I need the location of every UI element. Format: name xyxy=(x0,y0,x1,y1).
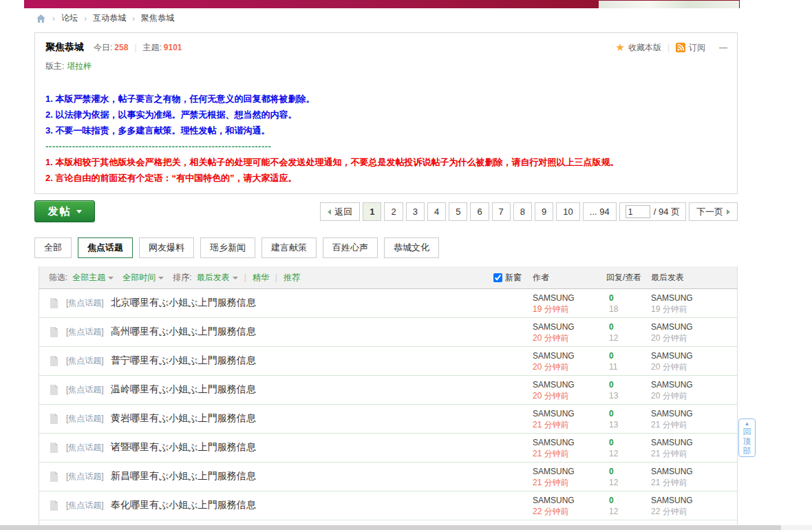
thread-icon xyxy=(49,297,59,309)
digest-link[interactable]: 精华 xyxy=(253,272,269,284)
thread-title[interactable]: 新昌哪里有ぶ小姐ぶ上門服務信息 xyxy=(111,470,256,483)
thread-icon xyxy=(49,384,59,396)
column-header-last-post: 最后发表 xyxy=(651,266,684,289)
filter-type-dropdown[interactable]: 全部主题 xyxy=(72,272,105,284)
tab-suggestions[interactable]: 建言献策 xyxy=(261,237,317,258)
pagination-back-button[interactable]: 返回 xyxy=(320,202,360,221)
reply-count: 0 xyxy=(609,293,618,304)
table-row: SAMSUNG 0 SAMSUNG xyxy=(39,520,737,525)
moderator-row: 版主:堪拉梓 xyxy=(45,61,92,72)
last-poster-link[interactable]: SAMSUNG xyxy=(651,409,693,418)
page-button-6[interactable]: 6 xyxy=(470,202,489,221)
last-post-time: 20 分钟前 xyxy=(651,390,693,401)
thread-title[interactable]: 北京哪里有ぶ小姐ぶ上門服務信息 xyxy=(111,297,256,309)
table-row: [焦点话题] 北京哪里有ぶ小姐ぶ上門服務信息 SAMSUNG19 分钟前 018… xyxy=(39,289,737,318)
author-link[interactable]: SAMSUNG xyxy=(533,409,575,418)
thread-category[interactable]: [焦点话题] xyxy=(66,326,104,338)
page-button-10[interactable]: 10 xyxy=(556,202,579,221)
breadcrumb-link-section[interactable]: 互动恭城 xyxy=(93,12,126,24)
horizontal-scrollbar xyxy=(0,525,812,530)
thread-title[interactable]: 奉化哪里有ぶ小姐ぶ上門服務信息 xyxy=(111,499,256,511)
collapse-icon[interactable]: — xyxy=(719,43,727,52)
back-to-top-button[interactable]: ▲ 回顶部 xyxy=(738,418,756,457)
author-link[interactable]: SAMSUNG xyxy=(533,467,575,476)
page-button-2[interactable]: 2 xyxy=(384,202,403,221)
view-count: 13 xyxy=(609,390,618,401)
favorite-board-link[interactable]: 收藏本版 xyxy=(628,42,661,54)
breadcrumb-link-forum[interactable]: 论坛 xyxy=(61,12,78,24)
reply-count: 0 xyxy=(609,350,617,361)
page-button-5[interactable]: 5 xyxy=(449,202,467,221)
page-button-1[interactable]: 1 xyxy=(363,202,381,221)
tab-all[interactable]: 全部 xyxy=(34,237,72,258)
page-button-3[interactable]: 3 xyxy=(406,202,425,221)
thread-title[interactable]: 普宁哪里有ぶ小姐ぶ上門服務信息 xyxy=(111,354,256,367)
thread-title[interactable]: 温岭哪里有ぶ小姐ぶ上門服務信息 xyxy=(111,383,256,396)
page-button-4[interactable]: 4 xyxy=(427,202,446,221)
thread-category[interactable]: [焦点话题] xyxy=(66,471,104,483)
tab-netizen-reports[interactable]: 网友爆料 xyxy=(139,237,194,258)
page-button-9[interactable]: 9 xyxy=(535,202,553,221)
last-poster-link[interactable]: SAMSUNG xyxy=(651,351,693,361)
reply-count: 0 xyxy=(609,466,618,477)
thread-category[interactable]: [焦点话题] xyxy=(66,384,104,396)
filter-time-dropdown[interactable]: 全部时间 xyxy=(122,272,156,284)
last-poster-link[interactable]: SAMSUNG xyxy=(651,293,693,303)
author-link[interactable]: SAMSUNG xyxy=(533,322,575,332)
last-poster-link[interactable]: SAMSUNG xyxy=(651,322,693,332)
thread-title[interactable]: 高州哪里有ぶ小姐ぶ上門服務信息 xyxy=(111,326,256,338)
tab-people-voice[interactable]: 百姓心声 xyxy=(323,237,378,258)
reply-view-cell: 018 xyxy=(609,293,618,315)
last-post-cell: SAMSUNG21 分钟前 xyxy=(651,466,693,488)
thread-category[interactable]: [焦点话题] xyxy=(66,500,104,511)
thread-category[interactable]: [焦点话题] xyxy=(66,442,104,454)
tab-yao-news[interactable]: 瑶乡新闻 xyxy=(200,237,255,258)
table-row: [焦点话题] 诸暨哪里有ぶ小姐ぶ上門服務信息 SAMSUNG21 分钟前 012… xyxy=(39,434,737,463)
post-time: 21 分钟前 xyxy=(533,448,575,459)
thread-category[interactable]: [焦点话题] xyxy=(66,413,104,425)
author-cell: SAMSUNG21 分钟前 xyxy=(533,408,575,430)
arrow-up-icon: ▲ xyxy=(745,421,750,427)
top-banner xyxy=(24,0,740,8)
thread-category[interactable]: [焦点话题] xyxy=(66,297,104,309)
new-post-button[interactable]: 发帖 xyxy=(34,200,95,222)
last-poster-link[interactable]: SAMSUNG xyxy=(651,496,693,505)
moderator-link[interactable]: 堪拉梓 xyxy=(67,61,92,71)
last-poster-link[interactable]: SAMSUNG xyxy=(651,467,693,476)
thread-title[interactable]: 诸暨哪里有ぶ小姐ぶ上門服務信息 xyxy=(111,441,256,454)
home-icon[interactable] xyxy=(36,14,46,23)
arrow-right-icon xyxy=(727,209,730,215)
page-button-last[interactable]: ... 94 xyxy=(583,202,617,221)
thread-category[interactable]: [焦点话题] xyxy=(66,355,104,367)
author-link[interactable]: SAMSUNG xyxy=(533,351,575,361)
sort-dropdown[interactable]: 最后发表 xyxy=(197,272,230,284)
last-poster-link[interactable]: SAMSUNG xyxy=(651,380,693,390)
tab-focus-topics[interactable]: 焦点话题 xyxy=(78,237,133,258)
column-header-reply-view: 回复/查看 xyxy=(606,266,641,289)
page-jump-input[interactable] xyxy=(626,205,650,218)
post-time: 20 分钟前 xyxy=(533,332,575,343)
pagination-next-button[interactable]: 下一页 xyxy=(689,202,738,221)
last-post-time: 20 分钟前 xyxy=(651,361,693,372)
last-post-cell: SAMSUNG20 分钟前 xyxy=(651,379,693,401)
author-link[interactable]: SAMSUNG xyxy=(533,380,575,390)
scrollbar-thumb[interactable] xyxy=(0,525,781,530)
back-to-top-label: 回顶部 xyxy=(742,427,751,456)
subscribe-link[interactable]: 订阅 xyxy=(689,42,705,54)
forum-info-box: 聚焦恭城 今日: 258 | 主题: 9101 ★ 收藏本版 | 订阅 — xyxy=(34,32,738,194)
last-poster-link[interactable]: SAMSUNG xyxy=(651,438,693,447)
breadcrumb-link-board[interactable]: 聚焦恭城 xyxy=(141,12,174,24)
new-window-checkbox[interactable] xyxy=(493,273,502,282)
page-button-7[interactable]: 7 xyxy=(492,202,511,221)
author-link[interactable]: SAMSUNG xyxy=(533,438,575,447)
view-count: 13 xyxy=(609,419,618,430)
author-link[interactable]: SAMSUNG xyxy=(533,293,575,303)
thread-title[interactable]: 黄岩哪里有ぶ小姐ぶ上門服務信息 xyxy=(111,412,256,425)
last-post-cell: SAMSUNG21 分钟前 xyxy=(651,437,693,459)
author-link[interactable]: SAMSUNG xyxy=(533,496,575,505)
reply-view-cell: 012 xyxy=(609,437,618,459)
tab-gongcheng-culture[interactable]: 恭城文化 xyxy=(384,237,439,258)
reply-count: 0 xyxy=(609,408,618,419)
recommend-link[interactable]: 推荐 xyxy=(284,272,300,284)
page-button-8[interactable]: 8 xyxy=(513,202,532,221)
